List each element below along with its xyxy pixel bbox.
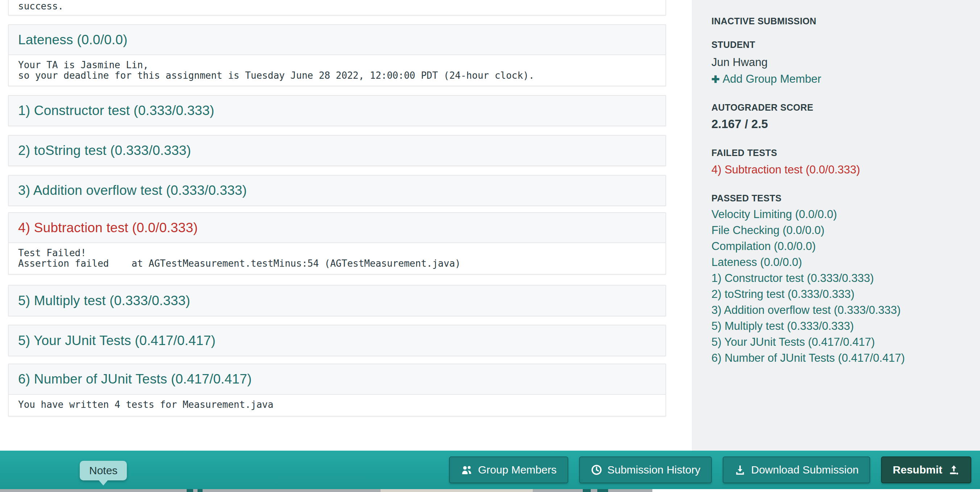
test-section-multiply[interactable]: 5) Multiply test (0.333/0.333) <box>8 285 666 316</box>
test-heading: 5) Your JUnit Tests (0.417/0.417) <box>18 333 216 348</box>
output-line: so your deadline for this assignment is … <box>18 70 656 81</box>
action-bar: Group Members Submission History Downloa… <box>0 450 980 489</box>
test-section-subtraction[interactable]: 4) Subtraction test (0.0/0.333) <box>8 212 666 243</box>
group-members-button[interactable]: Group Members <box>449 457 568 483</box>
cropped-bottom-strip <box>0 489 652 492</box>
inactive-submission-label: INACTIVE SUBMISSION <box>711 16 969 27</box>
test-heading: 2) toString test (0.333/0.333) <box>18 143 191 158</box>
cropped-content-fragment <box>197 489 203 492</box>
passed-test-link[interactable]: 1) Constructor test (0.333/0.333) <box>711 270 969 286</box>
test-heading-failed: 4) Subtraction test (0.0/0.333) <box>18 220 198 235</box>
student-name: Jun Hwang <box>711 56 969 69</box>
group-members-icon <box>461 465 473 475</box>
plus-icon: ✚ <box>711 74 720 85</box>
passed-test-link[interactable]: 2) toString test (0.333/0.333) <box>711 286 969 302</box>
passed-test-link[interactable]: File Checking (0.0/0.0) <box>711 222 969 238</box>
passed-test-link[interactable]: 6) Number of JUnit Tests (0.417/0.417) <box>711 350 969 366</box>
failed-tests-label: FAILED TESTS <box>711 148 969 158</box>
download-submission-label: Download Submission <box>751 464 859 476</box>
student-label: STUDENT <box>711 40 969 50</box>
test-section-your-junit-tests[interactable]: 5) Your JUnit Tests (0.417/0.417) <box>8 325 666 356</box>
add-group-member-link[interactable]: ✚Add Group Member <box>711 73 969 86</box>
output-line: Test Failed! <box>18 248 656 258</box>
test-output-box: Test Failed! Assertion failed at AGTestM… <box>8 243 666 275</box>
output-line: Assertion failed at AGTestMeasurement.te… <box>18 258 656 269</box>
cropped-content-fragment <box>597 489 608 492</box>
passed-test-link[interactable]: 5) Multiply test (0.333/0.333) <box>711 318 969 334</box>
submission-history-button[interactable]: Submission History <box>579 457 712 483</box>
test-heading: Lateness (0.0/0.0) <box>18 32 127 48</box>
submission-history-icon <box>591 464 602 476</box>
test-section-lateness[interactable]: Lateness (0.0/0.0) <box>8 24 666 55</box>
autograder-score-label: AUTOGRADER SCORE <box>711 102 969 113</box>
group-members-label: Group Members <box>478 464 557 476</box>
output-text: success. <box>18 1 64 11</box>
passed-test-link[interactable]: Velocity Limiting (0.0/0.0) <box>711 206 969 222</box>
passed-tests-label: PASSED TESTS <box>711 193 969 204</box>
test-heading: 3) Addition overflow test (0.333/0.333) <box>18 183 247 198</box>
test-section-addition-overflow[interactable]: 3) Addition overflow test (0.333/0.333) <box>8 175 666 206</box>
resubmit-label: Resubmit <box>892 464 942 476</box>
cropped-content-fragment <box>583 489 591 492</box>
test-section-number-of-junit-tests[interactable]: 6) Number of JUnit Tests (0.417/0.417) <box>8 364 666 395</box>
download-submission-button[interactable]: Download Submission <box>723 457 870 483</box>
test-section-constructor[interactable]: 1) Constructor test (0.333/0.333) <box>8 95 666 126</box>
notes-tab[interactable]: Notes <box>80 461 127 481</box>
resubmit-button[interactable]: Resubmit <box>881 457 971 483</box>
test-heading: 1) Constructor test (0.333/0.333) <box>18 103 214 118</box>
passed-test-link[interactable]: 3) Addition overflow test (0.333/0.333) <box>711 302 969 318</box>
submission-history-label: Submission History <box>608 464 700 476</box>
cropped-content-fragment <box>187 489 193 492</box>
autograder-score-value: 2.167 / 2.5 <box>711 117 969 131</box>
failed-test-link[interactable]: 4) Subtraction test (0.0/0.333) <box>711 163 969 176</box>
test-output-box: Your TA is Jasmine Lin, so your deadline… <box>8 55 666 86</box>
submission-sidebar: INACTIVE SUBMISSION STUDENT Jun Hwang ✚A… <box>692 0 980 450</box>
passed-test-link[interactable]: 5) Your JUnit Tests (0.417/0.417) <box>711 334 969 350</box>
passed-tests-list: Velocity Limiting (0.0/0.0) File Checkin… <box>711 206 969 366</box>
cropped-bottom-strip-light <box>380 489 533 492</box>
output-line: You have written 4 tests for Measurement… <box>18 399 656 410</box>
passed-test-link[interactable]: Lateness (0.0/0.0) <box>711 254 969 270</box>
output-line: Your TA is Jasmine Lin, <box>18 60 656 70</box>
test-heading: 5) Multiply test (0.333/0.333) <box>18 293 190 308</box>
passed-test-link[interactable]: Compilation (0.0/0.0) <box>711 238 969 254</box>
add-group-member-label: Add Group Member <box>723 73 821 85</box>
test-output-box: You have written 4 tests for Measurement… <box>8 395 666 417</box>
action-buttons: Group Members Submission History Downloa… <box>449 457 971 483</box>
download-icon <box>734 464 746 476</box>
test-section-tostring[interactable]: 2) toString test (0.333/0.333) <box>8 135 666 166</box>
autograder-results-panel: success. Lateness (0.0/0.0) Your TA is J… <box>8 0 666 450</box>
upload-icon <box>947 464 960 476</box>
test-heading: 6) Number of JUnit Tests (0.417/0.417) <box>18 372 251 387</box>
notes-label: Notes <box>89 465 118 477</box>
test-output-box: success. <box>8 0 666 16</box>
